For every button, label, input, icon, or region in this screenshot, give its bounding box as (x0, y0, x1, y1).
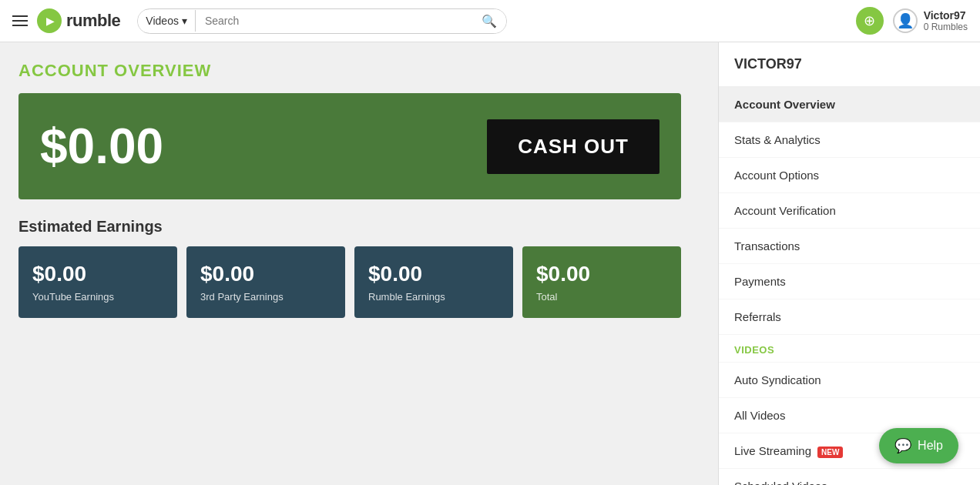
sidebar-item-transactions[interactable]: Transactions (719, 229, 980, 264)
sidebar-item-account-verification[interactable]: Account Verification (719, 193, 980, 229)
balance-amount: $0.00 (40, 118, 163, 175)
sidebar-username: VICTOR97 (719, 42, 980, 87)
search-type-label: Videos (146, 15, 179, 27)
search-input[interactable] (196, 10, 472, 32)
logo-text: rumble (66, 11, 120, 31)
earning-label: Rumble Earnings (368, 291, 499, 303)
content-area: ACCOUNT OVERVIEW $0.00 CASH OUT Estimate… (0, 42, 718, 485)
sidebar-nav: Account OverviewStats & AnalyticsAccount… (719, 87, 980, 485)
sidebar-item-account-overview[interactable]: Account Overview (719, 87, 980, 122)
search-button[interactable]: 🔍 (472, 9, 506, 33)
help-label: Help (918, 439, 943, 453)
avatar: 👤 (893, 8, 918, 33)
sidebar-item-stats-&-analytics[interactable]: Stats & Analytics (719, 122, 980, 158)
earning-card: $0.00 YouTube Earnings (18, 246, 177, 318)
earning-card: $0.00 3rd Party Earnings (186, 246, 345, 318)
sidebar-item-account-options[interactable]: Account Options (719, 158, 980, 193)
sidebar-item-payments[interactable]: Payments (719, 264, 980, 299)
chat-icon: 💬 (894, 437, 911, 454)
earnings-grid: $0.00 YouTube Earnings $0.00 3rd Party E… (18, 246, 681, 318)
earning-label: 3rd Party Earnings (200, 291, 331, 303)
chevron-down-icon: ▾ (182, 15, 187, 27)
sidebar-item-referrals[interactable]: Referrals (719, 299, 980, 335)
user-info: Victor97 0 Rumbles (924, 9, 968, 32)
sidebar: VICTOR97 Account OverviewStats & Analyti… (718, 42, 980, 485)
user-name: Victor97 (924, 9, 968, 22)
earning-label: YouTube Earnings (32, 291, 163, 303)
search-type-select[interactable]: Videos ▾ (138, 10, 196, 32)
estimated-earnings-title: Estimated Earnings (18, 218, 700, 236)
user-area[interactable]: 👤 Victor97 0 Rumbles (893, 8, 968, 33)
user-rumbles-count: 0 Rumbles (924, 22, 968, 32)
earning-amount: $0.00 (32, 262, 163, 286)
header: rumble Videos ▾ 🔍 ⊕ 👤 Victor97 0 Rumbles (0, 0, 980, 42)
rumble-logo-icon (37, 8, 62, 33)
hamburger-menu-icon[interactable] (12, 15, 28, 26)
main-layout: ACCOUNT OVERVIEW $0.00 CASH OUT Estimate… (0, 42, 980, 485)
upload-icon: ⊕ (864, 12, 875, 29)
sidebar-item-auto-syndication[interactable]: Auto Syndication (719, 363, 980, 398)
earning-amount: $0.00 (536, 262, 667, 286)
balance-card: $0.00 CASH OUT (18, 93, 681, 199)
help-button[interactable]: 💬 Help (879, 428, 958, 463)
earning-amount: $0.00 (368, 262, 499, 286)
earning-amount: $0.00 (200, 262, 331, 286)
cash-out-button[interactable]: CASH OUT (487, 119, 659, 174)
earning-card: $0.00 Total (522, 246, 681, 318)
earning-card: $0.00 Rumble Earnings (354, 246, 513, 318)
header-right: ⊕ 👤 Victor97 0 Rumbles (856, 7, 968, 35)
logo[interactable]: rumble (37, 8, 120, 33)
sidebar-section-videos-label: VIDEOS (719, 335, 980, 363)
earning-label: Total (536, 291, 667, 303)
page-title: ACCOUNT OVERVIEW (18, 61, 700, 81)
sidebar-item-scheduled-videos[interactable]: Scheduled Videos (719, 469, 980, 485)
search-bar: Videos ▾ 🔍 (137, 8, 507, 34)
upload-button[interactable]: ⊕ (856, 7, 884, 35)
new-badge: NEW (817, 447, 843, 458)
